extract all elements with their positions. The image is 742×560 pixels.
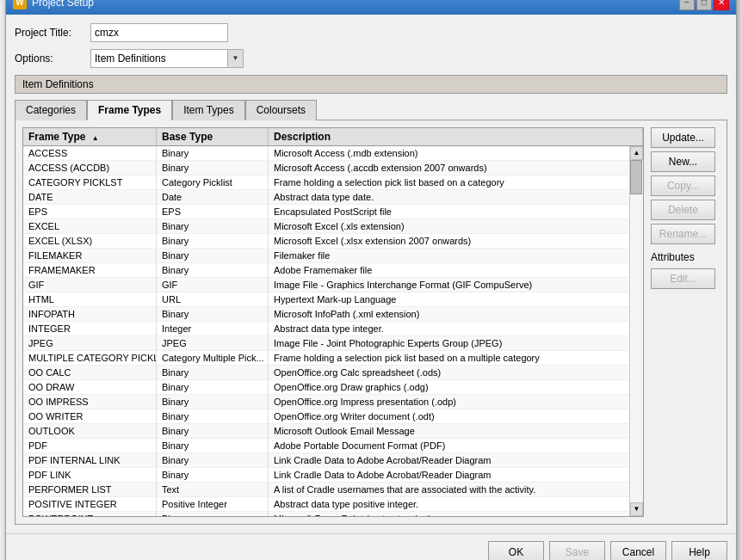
table-row[interactable]: EXCEL Binary Microsoft Excel (.xls exten…: [23, 219, 629, 234]
td-description: Microsoft Excel (.xlsx extension 2007 on…: [269, 234, 629, 248]
table-row[interactable]: OUTLOOK Binary Microsoft Outlook Email M…: [23, 424, 629, 439]
cancel-button[interactable]: Cancel: [610, 541, 666, 561]
options-label: Options:: [15, 52, 83, 65]
td-base-type: Text: [157, 483, 269, 496]
table-row[interactable]: PDF Binary Adobe Portable Document Forma…: [23, 439, 629, 453]
td-frame-type: OO DRAW: [23, 380, 157, 394]
td-frame-type: PERFORMER LIST: [23, 483, 157, 496]
sort-icon: ▲: [92, 134, 99, 142]
td-base-type: Binary: [157, 424, 269, 438]
title-bar: W Project Setup − □ ✕: [6, 0, 736, 15]
table-row[interactable]: DATE Date Abstract data type date.: [23, 190, 629, 205]
td-description: A list of Cradle usernames that are asso…: [269, 483, 629, 496]
table-row[interactable]: JPEG JPEG Image File - Joint Photographi…: [23, 336, 629, 351]
delete-button[interactable]: Delete: [651, 200, 715, 220]
td-frame-type: PDF LINK: [23, 468, 157, 482]
td-frame-type: GIF: [23, 278, 157, 292]
table-row[interactable]: EPS EPS Encapsulated PostScript file: [23, 205, 629, 219]
maximize-button[interactable]: □: [696, 0, 712, 10]
td-base-type: URL: [157, 292, 269, 306]
table-header: Frame Type ▲ Base Type Description: [23, 128, 643, 146]
td-base-type: Binary: [157, 409, 269, 423]
scroll-up-button[interactable]: ▲: [630, 146, 643, 160]
td-base-type: Binary: [157, 512, 269, 516]
update-button[interactable]: Update...: [651, 127, 715, 148]
table-row[interactable]: ACCESS Binary Microsoft Access (.mdb ext…: [23, 146, 629, 161]
table-row[interactable]: PDF INTERNAL LINK Binary Link Cradle Dat…: [23, 453, 629, 468]
table-row[interactable]: POSITIVE INTEGER Positive Integer Abstra…: [23, 497, 629, 512]
td-frame-type: ACCESS: [23, 146, 157, 160]
window-title: Project Setup: [32, 0, 94, 9]
table-row[interactable]: EXCEL (XLSX) Binary Microsoft Excel (.xl…: [23, 234, 629, 249]
edit-button[interactable]: Edit...: [651, 268, 715, 289]
td-description: Adobe Framemaker file: [269, 263, 629, 277]
td-frame-type: POSITIVE INTEGER: [23, 497, 157, 511]
table-row[interactable]: OO DRAW Binary OpenOffice.org Draw graph…: [23, 380, 629, 395]
options-select[interactable]: Item Definitions Categories Frame Types …: [90, 49, 228, 68]
table-row[interactable]: PERFORMER LIST Text A list of Cradle use…: [23, 483, 629, 497]
new-button[interactable]: New...: [651, 151, 715, 172]
table-row[interactable]: POWERPOINT Binary Microsoft PowerPoint (…: [23, 512, 629, 516]
td-base-type: Integer: [157, 322, 269, 335]
options-row: Options: Item Definitions Categories Fra…: [15, 49, 727, 68]
project-title-input[interactable]: [90, 23, 228, 42]
save-button[interactable]: Save: [549, 541, 605, 561]
attributes-label: Attributes: [651, 251, 720, 263]
table-row[interactable]: ACCESS (ACCDB) Binary Microsoft Access (…: [23, 161, 629, 175]
title-bar-controls: − □ ✕: [679, 0, 729, 10]
td-base-type: Binary: [157, 307, 269, 321]
td-base-type: JPEG: [157, 336, 269, 350]
td-frame-type: OO WRITER: [23, 409, 157, 423]
td-base-type: Binary: [157, 439, 269, 452]
app-icon: W: [13, 0, 27, 9]
scroll-thumb[interactable]: [630, 160, 642, 194]
scrollbar[interactable]: ▲ ▼: [629, 146, 643, 516]
table-row[interactable]: FRAMEMAKER Binary Adobe Framemaker file: [23, 263, 629, 278]
close-button[interactable]: ✕: [714, 0, 729, 10]
th-description: Description: [269, 128, 643, 145]
td-frame-type: INFOPATH: [23, 307, 157, 321]
td-frame-type: INTEGER: [23, 322, 157, 335]
help-button[interactable]: Help: [671, 541, 727, 561]
table-body[interactable]: ACCESS Binary Microsoft Access (.mdb ext…: [23, 146, 629, 516]
td-base-type: Binary: [157, 380, 269, 394]
td-frame-type: FRAMEMAKER: [23, 263, 157, 277]
table-row[interactable]: CATEGORY PICKLST Category Picklist Frame…: [23, 175, 629, 190]
td-description: Microsoft Access (.mdb extension): [269, 146, 629, 160]
tab-content: Frame Type ▲ Base Type Description ACCES…: [15, 120, 727, 525]
th-base-type: Base Type: [157, 128, 269, 145]
ok-button[interactable]: OK: [488, 541, 544, 561]
footer-buttons: OK Save Cancel Help: [6, 533, 736, 561]
td-base-type: Category Picklist: [157, 175, 269, 189]
table-row[interactable]: OO IMPRESS Binary OpenOffice.org Impress…: [23, 395, 629, 409]
rename-button[interactable]: Rename...: [651, 224, 715, 244]
td-base-type: Binary: [157, 249, 269, 262]
sidebar-buttons: Update... New... Copy... Delete Rename..…: [651, 127, 720, 517]
td-description: Abstract data type positive integer.: [269, 497, 629, 511]
tab-coloursets[interactable]: Coloursets: [245, 100, 317, 120]
copy-button[interactable]: Copy...: [651, 175, 715, 196]
td-description: Microsoft Outlook Email Message: [269, 424, 629, 438]
tab-frame-types[interactable]: Frame Types: [87, 100, 172, 120]
table-row[interactable]: PDF LINK Binary Link Cradle Data to Adob…: [23, 468, 629, 483]
td-base-type: EPS: [157, 205, 269, 218]
scroll-down-button[interactable]: ▼: [630, 502, 643, 516]
table-row[interactable]: FILEMAKER Binary Filemaker file: [23, 249, 629, 263]
tab-categories[interactable]: Categories: [15, 100, 87, 120]
table-row[interactable]: OO CALC Binary OpenOffice.org Calc sprea…: [23, 366, 629, 380]
td-description: Image File - Joint Photographic Experts …: [269, 336, 629, 350]
table-row[interactable]: GIF GIF Image File - Graphics Interchang…: [23, 278, 629, 292]
table-row[interactable]: HTML URL Hypertext Mark-up Language: [23, 292, 629, 307]
tab-item-types[interactable]: Item Types: [172, 100, 244, 120]
td-base-type: Binary: [157, 263, 269, 277]
td-description: Link Cradle Data to Adobe Acrobat/Reader…: [269, 468, 629, 482]
td-description: Hypertext Mark-up Language: [269, 292, 629, 306]
table-row[interactable]: MULTIPLE CATEGORY PICKLST Category Multi…: [23, 351, 629, 366]
table-row[interactable]: OO WRITER Binary OpenOffice.org Writer d…: [23, 409, 629, 424]
minimize-button[interactable]: −: [679, 0, 695, 10]
td-frame-type: OO CALC: [23, 366, 157, 379]
td-frame-type: POWERPOINT: [23, 512, 157, 516]
td-base-type: Binary: [157, 146, 269, 160]
table-row[interactable]: INTEGER Integer Abstract data type integ…: [23, 322, 629, 336]
table-row[interactable]: INFOPATH Binary Microsoft InfoPath (.xml…: [23, 307, 629, 322]
